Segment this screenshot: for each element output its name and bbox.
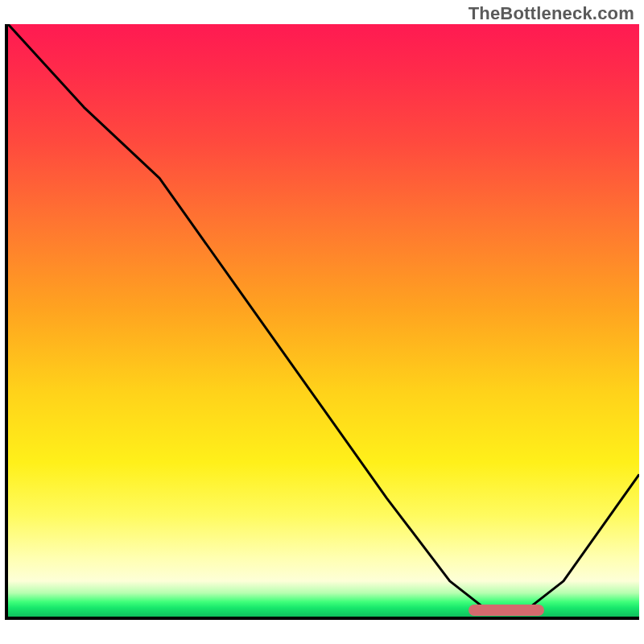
watermark-text: TheBottleneck.com	[469, 3, 634, 24]
chart-stage: TheBottleneck.com	[0, 0, 644, 644]
curve-svg	[8, 24, 639, 617]
bottleneck-curve	[8, 24, 639, 611]
optimal-range-marker	[469, 605, 544, 616]
plot-area	[5, 24, 639, 620]
